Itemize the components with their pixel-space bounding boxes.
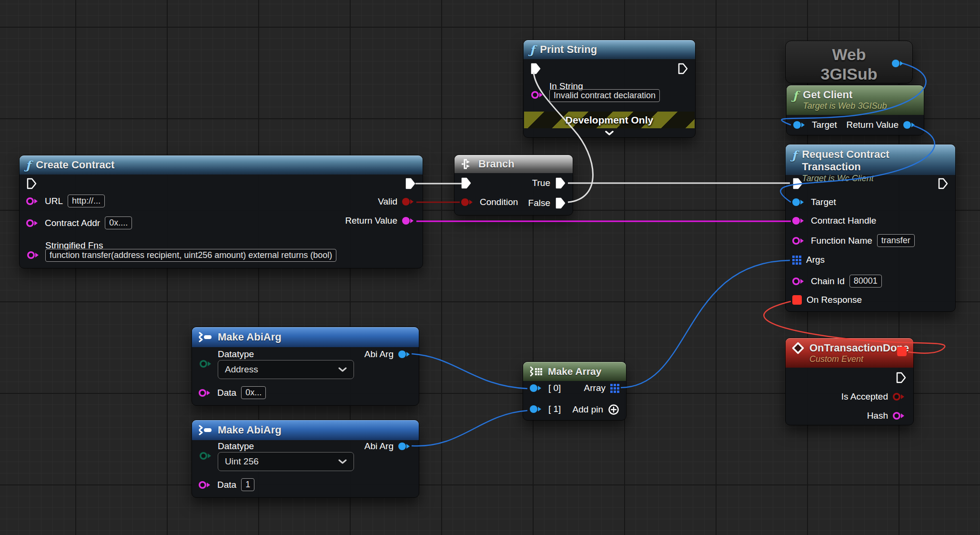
exec-in-pin[interactable]	[461, 177, 472, 189]
chevron-down-icon[interactable]	[605, 131, 614, 136]
exec-in-pin[interactable]	[530, 62, 541, 75]
add-pin-plus-icon[interactable]	[608, 404, 619, 415]
true-exec-pin[interactable]	[555, 177, 566, 189]
exec-out-pin[interactable]	[405, 177, 416, 190]
exec-in-pin[interactable]	[26, 177, 37, 190]
exec-out-pin[interactable]	[896, 371, 907, 384]
blueprint-graph-canvas[interactable]: ƒ Create Contract URL http://... Contrac…	[0, 0, 980, 535]
pin-label: Contract Addr	[45, 218, 100, 228]
node-title: Branch	[478, 158, 515, 170]
pin-label: True	[532, 178, 550, 188]
pin-label: [ 0]	[548, 383, 561, 393]
abi-arg-pin[interactable]	[398, 442, 412, 450]
return-value-pin[interactable]	[402, 217, 416, 225]
return-value-pin[interactable]	[903, 121, 917, 129]
hash-pin[interactable]	[893, 412, 907, 420]
node-header: ƒ Create Contract	[20, 155, 423, 175]
url-input[interactable]: http://...	[68, 195, 105, 207]
chevron-down-icon	[338, 367, 347, 372]
node-title: OnTransactionDone	[809, 342, 909, 354]
node-header: Branch	[455, 155, 573, 173]
node-print-string[interactable]: ƒ Print String In String Invalid contrac…	[523, 40, 696, 138]
node-header: ƒ Request Contract Transaction Target is…	[786, 144, 955, 175]
node-make-abiarg-address[interactable]: Make AbiArg Datatype Abi Arg Address Dat…	[192, 327, 419, 406]
args-array-pin[interactable]	[792, 256, 801, 265]
pin-label: Add pin	[573, 404, 603, 415]
make-struct-icon	[198, 425, 212, 435]
node-get-client[interactable]: ƒ Get Client Target is Web 3GISub Target…	[786, 85, 924, 135]
pin-label: Datatype	[218, 349, 254, 360]
wire-abiarg-address-to-array-item0[interactable]	[412, 354, 527, 389]
in-string-pin[interactable]	[531, 91, 545, 99]
pin-label: Data	[217, 480, 236, 490]
valid-pin[interactable]	[402, 198, 416, 206]
chain-id-input[interactable]: 80001	[849, 275, 882, 288]
url-pin[interactable]	[26, 197, 40, 205]
pin-label: [ 1]	[548, 404, 561, 414]
pin-label: Return Value	[345, 216, 398, 226]
node-request-contract-transaction[interactable]: ƒ Request Contract Transaction Target is…	[785, 144, 956, 312]
datatype-enum-pin[interactable]	[200, 360, 213, 368]
datatype-dropdown[interactable]: Address	[218, 360, 354, 379]
node-header: Make AbiArg	[192, 420, 419, 440]
contract-addr-pin[interactable]	[26, 219, 40, 227]
branch-icon	[461, 158, 473, 170]
wire-abiarg-uint256-to-array-item1[interactable]	[412, 411, 527, 446]
data-pin[interactable]	[199, 389, 212, 397]
stringified-fns-input[interactable]: function transfer(address recipient, uin…	[45, 249, 336, 262]
contract-handle-pin[interactable]	[792, 217, 806, 225]
array-item-0-pin[interactable]	[530, 384, 544, 392]
data-input[interactable]: 1	[241, 478, 254, 491]
exec-out-pin[interactable]	[677, 62, 688, 75]
function-icon: ƒ	[792, 148, 797, 162]
node-header: Make Array	[523, 362, 626, 381]
datatype-enum-pin[interactable]	[200, 452, 213, 460]
node-title: Request Contract Transaction	[802, 148, 949, 174]
pin-label: URL	[45, 196, 63, 206]
node-web-3gisub-variable[interactable]: Web 3GISub	[785, 41, 913, 83]
node-header: OnTransactionDone Custom Event	[786, 338, 913, 368]
data-pin[interactable]	[199, 481, 212, 489]
node-branch[interactable]: Branch Condition True False	[454, 154, 573, 216]
function-name-pin[interactable]	[792, 237, 806, 245]
node-make-abiarg-uint256[interactable]: Make AbiArg Datatype Abi Arg Uint 256 Da…	[192, 420, 419, 498]
node-title: Print String	[540, 43, 597, 56]
target-pin[interactable]	[793, 121, 807, 129]
node-header: Make AbiArg	[192, 327, 419, 347]
array-output-pin[interactable]	[610, 384, 619, 393]
node-create-contract[interactable]: ƒ Create Contract URL http://... Contrac…	[19, 155, 423, 268]
pin-label: False	[528, 198, 550, 208]
function-icon: ƒ	[793, 89, 798, 103]
condition-pin[interactable]	[461, 198, 475, 206]
pin-label: Contract Handle	[811, 216, 876, 226]
pin-label: Target	[812, 120, 837, 130]
exec-out-pin[interactable]	[938, 177, 949, 190]
chain-id-pin[interactable]	[792, 278, 806, 285]
wire-make-array-to-args[interactable]	[621, 260, 790, 388]
function-name-input[interactable]: transfer	[877, 234, 915, 247]
event-delegate-pin[interactable]	[897, 347, 907, 356]
stringified-fns-pin[interactable]	[27, 251, 41, 259]
web-3gisub-output-pin[interactable]	[892, 60, 906, 67]
false-exec-pin[interactable]	[555, 197, 566, 209]
node-on-transaction-done[interactable]: OnTransactionDone Custom Event Is Accept…	[785, 338, 914, 425]
pin-label: Function Name	[811, 236, 872, 246]
contract-addr-input[interactable]: 0x....	[105, 216, 132, 229]
array-item-1-pin[interactable]	[530, 405, 544, 413]
data-input[interactable]: 0x...	[241, 386, 266, 399]
node-make-array[interactable]: Make Array [ 0] Array [ 1] Add pin	[523, 361, 626, 421]
node-subtitle: Target is Wc Client	[802, 174, 949, 184]
node-title: Make AbiArg	[218, 424, 282, 436]
node-title: Get Client	[803, 89, 887, 101]
is-accepted-pin[interactable]	[893, 393, 907, 401]
abi-arg-pin[interactable]	[398, 350, 412, 358]
exec-in-pin[interactable]	[792, 177, 803, 190]
development-only-banner: Development Only	[524, 112, 695, 128]
on-response-delegate-pin[interactable]	[792, 295, 802, 305]
in-string-input[interactable]: Invalid contract declaration	[549, 89, 660, 102]
target-pin[interactable]	[792, 198, 806, 206]
datatype-dropdown[interactable]: Uint 256	[218, 452, 354, 471]
pin-label: Return Value	[847, 120, 899, 130]
function-icon: ƒ	[530, 43, 535, 57]
pin-label: Datatype	[218, 441, 254, 452]
